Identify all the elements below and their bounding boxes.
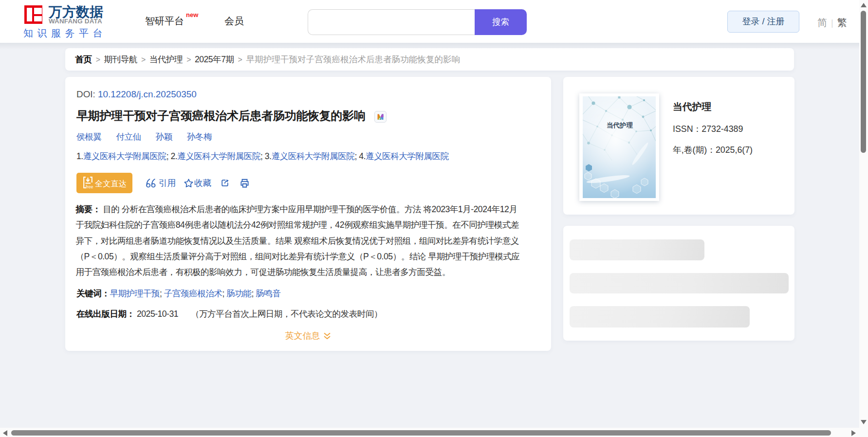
svg-text:当代护理: 当代护理 xyxy=(607,122,633,129)
svg-text:free: free xyxy=(86,184,93,189)
